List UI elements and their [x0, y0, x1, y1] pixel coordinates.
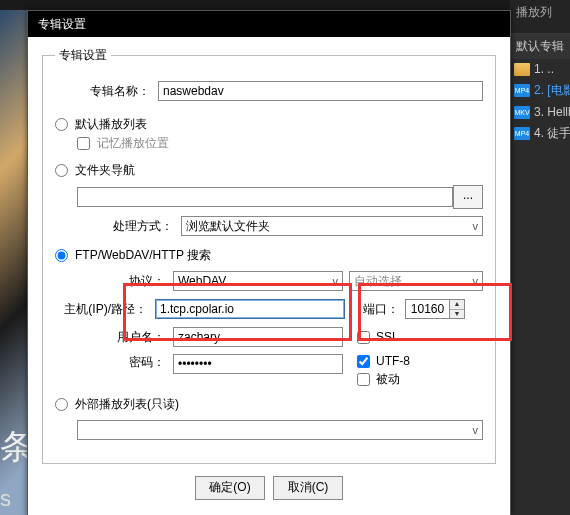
- user-label: 用户名：: [55, 329, 173, 346]
- album-name-input[interactable]: [158, 81, 483, 101]
- list-item[interactable]: MP4 4. 徒手: [510, 122, 570, 145]
- utf8-checkbox-wrap[interactable]: UTF-8: [357, 354, 410, 368]
- ssl-checkbox-wrap[interactable]: SSL: [357, 330, 399, 344]
- utf8-label: UTF-8: [376, 354, 410, 368]
- chevron-down-icon: v: [473, 220, 479, 232]
- list-item-label: 3. Hellb: [534, 105, 570, 119]
- pass-input[interactable]: [173, 354, 343, 374]
- row-pass: 密码： UTF-8 被动: [55, 354, 483, 388]
- list-item-label: 2. [电影: [534, 82, 570, 99]
- folder-path-input[interactable]: [77, 187, 453, 207]
- list-item[interactable]: 1. ..: [510, 59, 570, 79]
- chevron-down-icon: v: [333, 275, 339, 287]
- folder-icon: [514, 63, 530, 76]
- protocol-label: 协议：: [55, 273, 173, 290]
- ssl-checkbox[interactable]: [357, 331, 370, 344]
- radio-default-label: 默认播放列表: [75, 116, 147, 133]
- passive-label: 被动: [376, 371, 400, 388]
- auto-select-combo[interactable]: 自动选择 v: [349, 271, 483, 291]
- radio-folder-input[interactable]: [55, 164, 68, 177]
- playlist-side-panel: 播放列 默认专辑 1. .. MP4 2. [电影 MKV 3. Hellb M…: [510, 0, 570, 515]
- utf8-checkbox[interactable]: [357, 355, 370, 368]
- pass-label: 密码：: [55, 354, 173, 371]
- spin-up-icon[interactable]: ▲: [450, 300, 464, 310]
- external-combo[interactable]: v: [77, 420, 483, 440]
- radio-folder-label: 文件夹导航: [75, 162, 135, 179]
- side-panel-tab[interactable]: 默认专辑: [510, 34, 570, 59]
- settings-group: 专辑设置 专辑名称： 默认播放列表 记忆播放位置 文件夹导航: [42, 47, 496, 464]
- side-panel-title: 播放列: [510, 0, 570, 34]
- row-folder-path: ...: [77, 185, 483, 209]
- mp4-icon: MP4: [514, 127, 530, 140]
- group-legend: 专辑设置: [55, 47, 111, 64]
- ssl-label: SSL: [376, 330, 399, 344]
- radio-external-input[interactable]: [55, 398, 68, 411]
- radio-search-input[interactable]: [55, 249, 68, 262]
- row-protocol: 协议： WebDAV v 自动选择 v: [55, 270, 483, 292]
- radio-folder-nav[interactable]: 文件夹导航: [55, 162, 483, 179]
- row-album-name: 专辑名称：: [55, 80, 483, 102]
- remember-position-checkbox[interactable]: [77, 137, 90, 150]
- remember-position-label: 记忆播放位置: [97, 135, 169, 152]
- process-value: 浏览默认文件夹: [186, 218, 270, 235]
- radio-external-label: 外部播放列表(只读): [75, 396, 179, 413]
- passive-checkbox[interactable]: [357, 373, 370, 386]
- port-input[interactable]: [405, 299, 449, 319]
- chevron-down-icon: v: [473, 424, 479, 436]
- auto-select-value: 自动选择: [354, 273, 402, 290]
- ok-button[interactable]: 确定(O): [195, 476, 265, 500]
- spinner-buttons[interactable]: ▲ ▼: [449, 299, 465, 319]
- list-item[interactable]: MP4 2. [电影: [510, 79, 570, 102]
- mp4-icon: MP4: [514, 84, 530, 97]
- list-item-label: 1. ..: [534, 62, 554, 76]
- port-spinner[interactable]: ▲ ▼: [405, 299, 465, 319]
- row-host: 主机(IP)/路径： 端口： ▲ ▼: [55, 298, 483, 320]
- radio-search[interactable]: FTP/WebDAV/HTTP 搜索: [55, 247, 483, 264]
- row-user: 用户名： SSL: [55, 326, 483, 348]
- row-process: 处理方式： 浏览默认文件夹 v: [55, 215, 483, 237]
- radio-search-label: FTP/WebDAV/HTTP 搜索: [75, 247, 211, 264]
- row-external-path: v: [77, 419, 483, 441]
- user-input[interactable]: [173, 327, 343, 347]
- dialog-title: 专辑设置: [38, 16, 86, 33]
- chevron-down-icon: v: [473, 275, 479, 287]
- protocol-combo[interactable]: WebDAV v: [173, 271, 343, 291]
- process-label: 处理方式：: [55, 218, 181, 235]
- background-sub: s: [0, 486, 11, 512]
- list-item[interactable]: MKV 3. Hellb: [510, 102, 570, 122]
- dialog-body: 专辑设置 专辑名称： 默认播放列表 记忆播放位置 文件夹导航: [28, 37, 510, 470]
- host-label: 主机(IP)/路径：: [55, 301, 155, 318]
- radio-external[interactable]: 外部播放列表(只读): [55, 396, 483, 413]
- album-name-label: 专辑名称：: [55, 83, 158, 100]
- album-settings-dialog: 专辑设置 专辑设置 专辑名称： 默认播放列表 记忆播放位置 文件夹导航: [27, 10, 511, 515]
- radio-default-playlist[interactable]: 默认播放列表: [55, 116, 483, 133]
- port-label: 端口：: [363, 301, 399, 318]
- protocol-value: WebDAV: [178, 274, 226, 288]
- spin-down-icon[interactable]: ▼: [450, 310, 464, 319]
- host-input[interactable]: [155, 299, 345, 319]
- remember-position[interactable]: 记忆播放位置: [77, 135, 483, 152]
- dialog-titlebar: 专辑设置: [28, 11, 510, 37]
- dialog-footer: 确定(O) 取消(C): [28, 470, 510, 515]
- browse-button[interactable]: ...: [453, 185, 483, 209]
- list-item-label: 4. 徒手: [534, 125, 570, 142]
- cancel-button[interactable]: 取消(C): [273, 476, 343, 500]
- passive-checkbox-wrap[interactable]: 被动: [357, 371, 410, 388]
- radio-default-input[interactable]: [55, 118, 68, 131]
- mkv-icon: MKV: [514, 106, 530, 119]
- process-combo[interactable]: 浏览默认文件夹 v: [181, 216, 483, 236]
